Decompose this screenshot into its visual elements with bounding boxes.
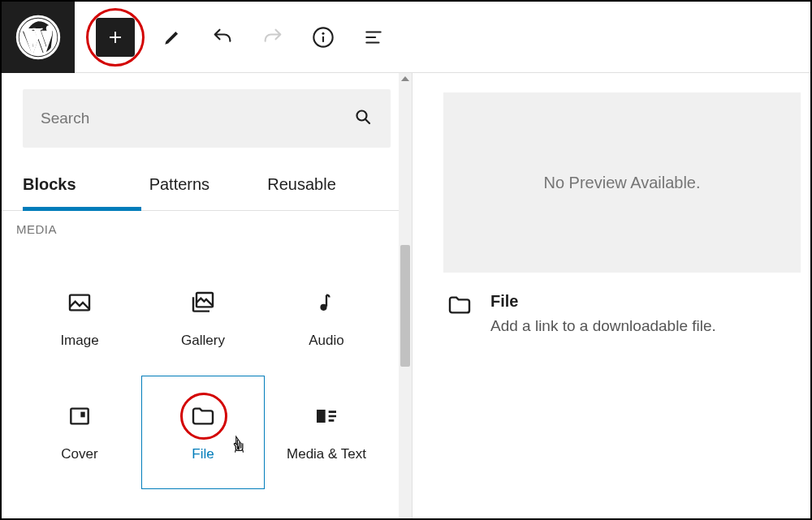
toolbar-buttons <box>75 18 387 57</box>
svg-rect-7 <box>71 409 88 424</box>
block-audio[interactable]: Audio <box>265 262 388 376</box>
block-label: Media & Text <box>287 446 366 462</box>
search-input[interactable] <box>41 110 373 127</box>
svg-point-6 <box>320 304 326 311</box>
block-image[interactable]: Image <box>18 262 141 376</box>
block-label: Image <box>60 333 98 349</box>
preview-description: Add a link to a downloadable file. <box>490 317 716 335</box>
cursor-icon <box>230 435 248 459</box>
redo-icon[interactable] <box>260 24 286 50</box>
block-media-text[interactable]: Media & Text <box>265 376 388 489</box>
block-inserter-panel: Blocks Patterns Reusable MEDIA Image Gal… <box>2 73 412 518</box>
scrollbar[interactable] <box>399 73 412 518</box>
block-label: Gallery <box>181 333 225 349</box>
outline-icon[interactable] <box>361 24 387 50</box>
wordpress-logo[interactable] <box>2 2 75 73</box>
svg-point-2 <box>322 32 324 34</box>
section-label-media: MEDIA <box>2 211 412 236</box>
inserter-tabs: Blocks Patterns Reusable <box>2 161 399 211</box>
add-block-button[interactable] <box>96 18 135 57</box>
info-icon[interactable] <box>310 24 336 50</box>
search-icon <box>353 107 373 131</box>
main-area: Blocks Patterns Reusable MEDIA Image Gal… <box>2 73 810 518</box>
svg-rect-8 <box>80 412 84 418</box>
image-icon <box>66 289 93 316</box>
undo-icon[interactable] <box>209 24 235 50</box>
svg-rect-9 <box>317 410 326 423</box>
block-cover[interactable]: Cover <box>18 376 141 489</box>
tab-blocks[interactable]: Blocks <box>23 161 141 211</box>
block-label: Audio <box>309 333 343 349</box>
block-preview-panel: No Preview Available. File Add a link to… <box>412 73 810 518</box>
block-label: Cover <box>61 446 97 462</box>
block-file[interactable]: File <box>141 376 265 489</box>
gallery-icon <box>189 289 217 316</box>
media-text-icon <box>313 402 340 430</box>
preview-title: File <box>490 292 716 311</box>
preview-info: File Add a link to a downloadable file. <box>443 273 801 335</box>
preview-placeholder: No Preview Available. <box>443 92 801 273</box>
block-grid: Image Gallery Audio Cover <box>2 236 412 489</box>
file-icon <box>447 292 473 321</box>
file-icon <box>189 402 217 430</box>
scroll-up-icon[interactable] <box>401 76 409 81</box>
svg-rect-4 <box>70 295 89 311</box>
edit-icon[interactable] <box>159 24 185 50</box>
editor-toolbar <box>2 2 810 73</box>
scroll-thumb[interactable] <box>400 245 410 367</box>
tab-patterns[interactable]: Patterns <box>141 161 260 210</box>
block-gallery[interactable]: Gallery <box>141 262 265 376</box>
block-label: File <box>192 446 214 462</box>
cover-icon <box>66 402 93 430</box>
search-input-wrap[interactable] <box>23 89 391 148</box>
tab-reusable[interactable]: Reusable <box>259 161 378 210</box>
audio-icon <box>313 289 340 316</box>
